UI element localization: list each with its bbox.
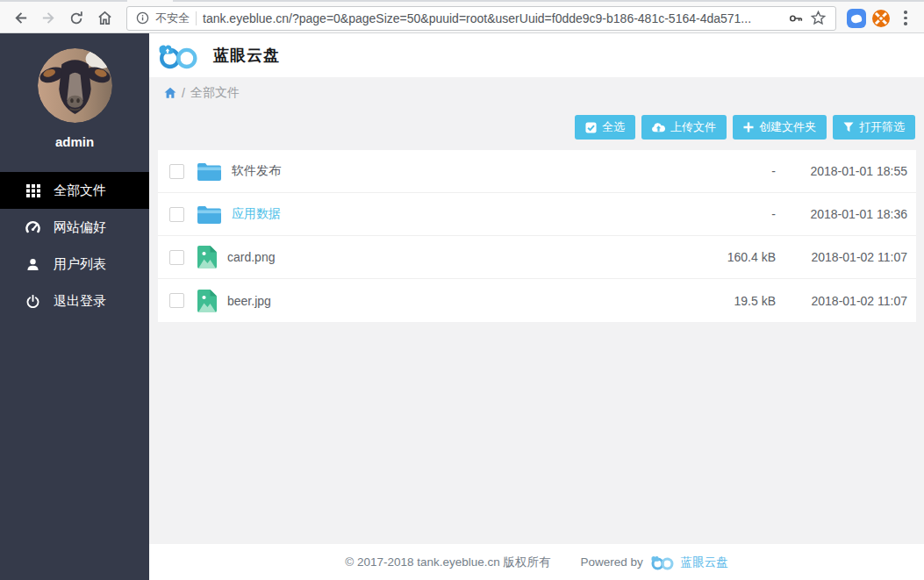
address-bar[interactable]: 不安全 tank.eyeblue.cn/?page=0&pageSize=50&… bbox=[126, 6, 836, 31]
file-size: - bbox=[662, 207, 776, 221]
file-row[interactable]: 软件发布 - 2018-01-01 18:55 bbox=[158, 150, 916, 193]
sidebar-menu: 全部文件 网站偏好 用户列表 退出登录 bbox=[0, 172, 149, 319]
orange-extension-icon bbox=[871, 9, 891, 28]
omnibox-divider bbox=[196, 11, 197, 25]
file-list: 软件发布 - 2018-01-01 18:55 应用数据 - 2018-01-0… bbox=[158, 150, 916, 322]
sidebar-item-logout[interactable]: 退出登录 bbox=[0, 283, 149, 319]
upload-file-button[interactable]: 上传文件 bbox=[641, 115, 727, 140]
row-checkbox[interactable] bbox=[169, 250, 184, 265]
tab-strip bbox=[0, 0, 924, 2]
select-all-label: 全选 bbox=[602, 119, 625, 135]
home-icon[interactable] bbox=[164, 87, 176, 99]
select-all-button[interactable]: 全选 bbox=[575, 115, 635, 140]
breadcrumb: / 全部文件 bbox=[149, 85, 924, 101]
breadcrumb-separator: / bbox=[182, 86, 185, 100]
create-folder-label: 创建文件夹 bbox=[759, 119, 816, 135]
forward-arrow-icon bbox=[40, 10, 57, 26]
blue-extension-icon bbox=[847, 9, 866, 28]
forward-button bbox=[35, 5, 61, 32]
toolbar: 全选 上传文件 创建文件夹 打开筛选 bbox=[149, 115, 924, 140]
file-date: 2018-01-02 11:07 bbox=[776, 294, 907, 308]
reload-icon bbox=[68, 11, 84, 26]
check-square-icon bbox=[585, 122, 597, 133]
create-folder-button[interactable]: 创建文件夹 bbox=[733, 115, 827, 140]
sidebar: admin 全部文件 网站偏好 用户列表 bbox=[0, 33, 149, 580]
file-date: 2018-01-02 11:07 bbox=[776, 250, 907, 264]
extension-orange[interactable] bbox=[870, 7, 892, 30]
image-file-icon bbox=[197, 290, 217, 312]
security-label[interactable]: 不安全 bbox=[155, 11, 190, 26]
browser-home-icon bbox=[97, 10, 113, 26]
file-name[interactable]: 应用数据 bbox=[232, 206, 662, 222]
powered-by-text: Powered by bbox=[581, 555, 643, 569]
footer-logo-icon bbox=[650, 554, 677, 570]
brand-link[interactable]: 蓝眼云盘 bbox=[650, 554, 728, 570]
sidebar-item-site-preferences[interactable]: 网站偏好 bbox=[0, 209, 149, 246]
sidebar-item-label: 全部文件 bbox=[54, 183, 106, 199]
open-filter-label: 打开筛选 bbox=[859, 119, 905, 135]
upload-file-label: 上传文件 bbox=[670, 119, 716, 135]
file-size: - bbox=[662, 164, 776, 178]
avatar-goat-image bbox=[38, 48, 112, 123]
browser-toolbar: 不安全 tank.eyeblue.cn/?page=0&pageSize=50&… bbox=[0, 0, 924, 33]
image-file-icon bbox=[197, 246, 217, 269]
avatar[interactable] bbox=[38, 48, 112, 123]
sidebar-item-user-list[interactable]: 用户列表 bbox=[0, 246, 149, 283]
row-checkbox[interactable] bbox=[169, 207, 184, 222]
username: admin bbox=[0, 134, 149, 149]
extension-blue[interactable] bbox=[845, 7, 868, 30]
info-circle-icon[interactable] bbox=[136, 11, 149, 25]
row-checkbox[interactable] bbox=[169, 293, 184, 308]
back-arrow-icon bbox=[12, 10, 29, 26]
footer: © 2017-2018 tank.eyeblue.cn 版权所有 Powered… bbox=[149, 544, 924, 580]
sidebar-item-label: 退出登录 bbox=[54, 293, 106, 310]
app-title: 蓝眼云盘 bbox=[213, 45, 280, 66]
back-button[interactable] bbox=[7, 5, 33, 32]
file-name[interactable]: beer.jpg bbox=[227, 294, 662, 308]
breadcrumb-current: 全部文件 bbox=[190, 85, 240, 101]
copyright-text: © 2017-2018 tank.eyeblue.cn 版权所有 bbox=[345, 555, 550, 570]
browser-menu-button[interactable] bbox=[894, 7, 917, 30]
kebab-menu-icon bbox=[894, 11, 917, 25]
file-name[interactable]: 软件发布 bbox=[232, 163, 662, 179]
app-header: 蓝眼云盘 bbox=[149, 33, 924, 77]
sidebar-item-all-files[interactable]: 全部文件 bbox=[0, 172, 149, 209]
sidebar-item-label: 网站偏好 bbox=[54, 219, 106, 236]
key-icon[interactable] bbox=[788, 11, 804, 26]
brand-text: 蓝眼云盘 bbox=[681, 555, 728, 570]
plus-icon bbox=[743, 122, 754, 132]
user-icon bbox=[25, 258, 40, 271]
content-area: / 全部文件 全选 上传文件 创建文件夹 打开筛选 bbox=[149, 77, 924, 544]
file-size: 160.4 kB bbox=[662, 250, 776, 264]
open-filter-button[interactable]: 打开筛选 bbox=[833, 115, 915, 140]
file-name[interactable]: card.png bbox=[227, 250, 662, 264]
folder-icon bbox=[197, 205, 221, 224]
file-row[interactable]: beer.jpg 19.5 kB 2018-01-02 11:07 bbox=[158, 279, 916, 322]
power-icon bbox=[25, 295, 40, 308]
gauge-icon bbox=[25, 220, 40, 235]
app-logo-icon bbox=[157, 40, 203, 70]
sidebar-item-label: 用户列表 bbox=[54, 256, 106, 273]
row-checkbox[interactable] bbox=[169, 164, 184, 179]
file-date: 2018-01-01 18:55 bbox=[776, 164, 907, 178]
grid-icon bbox=[25, 183, 40, 197]
filter-icon bbox=[843, 122, 854, 132]
cloud-upload-icon bbox=[652, 122, 665, 133]
bookmark-star-icon[interactable] bbox=[810, 10, 827, 26]
file-size: 19.5 kB bbox=[662, 294, 776, 308]
folder-icon bbox=[197, 162, 221, 181]
reload-button[interactable] bbox=[63, 5, 90, 32]
file-row[interactable]: 应用数据 - 2018-01-01 18:36 bbox=[158, 193, 916, 236]
url-text[interactable]: tank.eyeblue.cn/?page=0&pageSize=50&puui… bbox=[203, 11, 782, 25]
file-row[interactable]: card.png 160.4 kB 2018-01-02 11:07 bbox=[158, 236, 916, 279]
home-button[interactable] bbox=[91, 5, 118, 32]
file-date: 2018-01-01 18:36 bbox=[776, 207, 907, 221]
